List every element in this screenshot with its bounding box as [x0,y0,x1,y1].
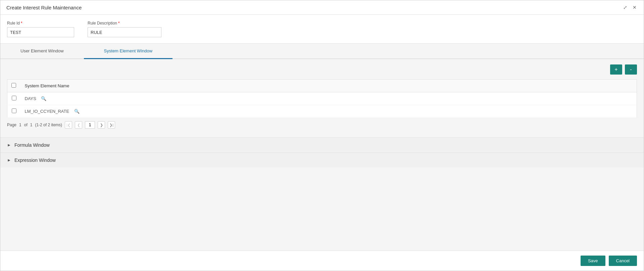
rule-desc-required-star: * [118,21,120,26]
row-1-checkbox-cell [7,92,21,105]
prev-page-button[interactable]: ❮ [75,121,82,129]
page-number-input[interactable] [85,121,95,129]
formula-window-section[interactable]: ► Formula Window [0,137,644,152]
pagination: Page 1 of 1 (1-2 of 2 items) |❮ ❮ ❯ ❯| [7,118,637,132]
rule-id-input[interactable] [7,27,74,37]
table-row: LM_IO_CCYEN_RATE 🔍 [7,105,637,118]
first-page-button[interactable]: |❮ [65,121,72,129]
row-2-name: LM_IO_CCYEN_RATE 🔍 [21,105,637,118]
formula-chevron-icon: ► [7,143,11,147]
rule-description-group: Rule Description* [88,21,161,37]
modal-header: Create Interest Rule Maintenance ⤢ ✕ [0,0,644,15]
add-button[interactable]: + [610,64,622,75]
expression-window-label: Expression Window [14,157,56,163]
rule-description-label: Rule Description* [88,21,161,26]
top-fields: Rule Id* Rule Description* [0,15,644,44]
page-current: 1 [19,123,21,127]
row-2-search-icon[interactable]: 🔍 [74,109,80,114]
rule-id-required-star: * [21,21,22,26]
expression-window-section[interactable]: ► Expression Window [0,152,644,168]
formula-window-label: Formula Window [14,142,50,148]
toolbar: + - [7,64,637,75]
row-1-search-icon[interactable]: 🔍 [41,96,46,101]
header-checkbox-cell [7,80,21,92]
modal-footer: Save Cancel [0,251,644,271]
expand-icon[interactable]: ⤢ [622,4,628,10]
select-all-checkbox[interactable] [11,83,16,88]
rule-id-label: Rule Id* [7,21,74,26]
save-button[interactable]: Save [581,256,605,266]
row-2-checkbox-cell [7,105,21,118]
of-label: of [24,123,28,127]
close-icon[interactable]: ✕ [632,4,638,10]
tab-system-element[interactable]: System Element Window [84,44,173,59]
system-element-tab-content: + - System Element Name [0,59,644,137]
rule-id-group: Rule Id* [7,21,74,37]
modal-body: Rule Id* Rule Description* User Element … [0,15,644,251]
table-header-row: System Element Name [7,80,637,92]
modal-title: Create Interest Rule Maintenance [6,5,82,10]
cancel-button[interactable]: Cancel [609,256,637,266]
last-page-button[interactable]: ❯| [108,121,115,129]
items-info: (1-2 of 2 items) [35,123,62,127]
rule-description-input[interactable] [88,27,161,37]
modal-container: Create Interest Rule Maintenance ⤢ ✕ Rul… [0,0,644,271]
tab-user-element[interactable]: User Element Window [0,44,84,59]
page-label: Page [7,123,16,127]
expression-chevron-icon: ► [7,158,11,163]
row-1-name: DAYS 🔍 [21,92,637,105]
row-1-checkbox[interactable] [12,96,16,100]
system-element-table: System Element Name DAYS 🔍 [7,79,637,118]
tabs-section: User Element Window System Element Windo… [0,44,644,137]
remove-button[interactable]: - [625,64,637,75]
row-2-name-text: LM_IO_CCYEN_RATE [25,109,69,114]
table-row: DAYS 🔍 [7,92,637,105]
row-1-name-text: DAYS [25,96,36,101]
row-2-checkbox[interactable] [12,108,16,113]
header-system-element-name: System Element Name [21,80,637,92]
next-page-button[interactable]: ❯ [98,121,105,129]
header-controls: ⤢ ✕ [622,4,638,10]
total-pages: 1 [30,123,33,127]
tabs-bar: User Element Window System Element Windo… [0,44,644,59]
